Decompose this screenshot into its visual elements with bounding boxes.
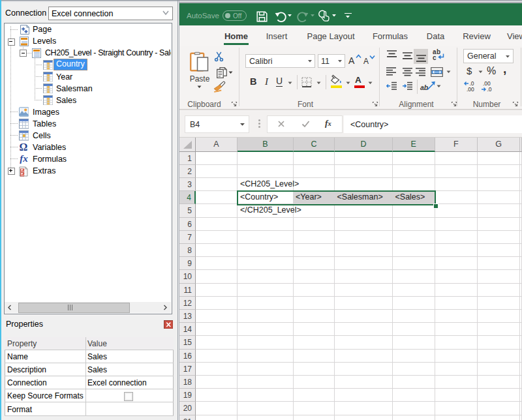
- svg-text:.0: .0: [487, 86, 492, 92]
- svg-text:.00: .00: [467, 86, 474, 92]
